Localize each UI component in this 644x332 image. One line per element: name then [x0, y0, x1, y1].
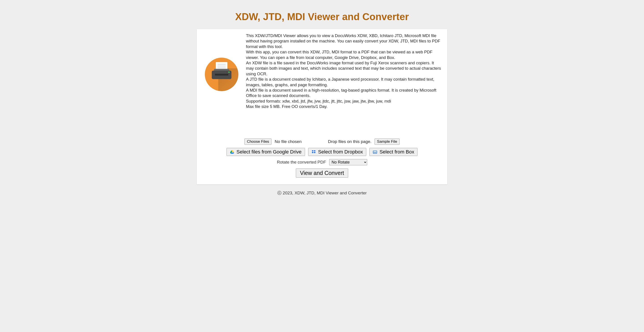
page-title: XDW, JTD, MDI Viewer and Converter — [235, 11, 409, 22]
view-convert-button[interactable]: View and Convert — [296, 168, 348, 178]
file-chosen-status: No file chosen — [274, 139, 302, 144]
box-icon: box — [373, 150, 377, 154]
dropbox-button[interactable]: Select from Dropbox — [308, 148, 366, 156]
choose-files-button[interactable]: Choose Files — [244, 138, 272, 145]
description-p2: With this app, you can convert this XDW,… — [246, 49, 442, 60]
rotate-select[interactable]: No Rotate90°180°270° — [329, 159, 367, 165]
description-p1: This XDW/JTD/MDI Viewer allows you to vi… — [246, 33, 442, 49]
description-p4: A JTD file is a document created by Ichi… — [246, 77, 442, 88]
box-button[interactable]: box Select from Box — [370, 148, 418, 156]
app-icon-column — [202, 33, 240, 91]
google-drive-button[interactable]: Select files from Google Drive — [226, 148, 305, 156]
drop-hint: Drop files on this page. — [328, 139, 372, 144]
google-drive-icon — [230, 150, 234, 154]
description-text: This XDW/JTD/MDI Viewer allows you to vi… — [246, 33, 442, 109]
main-card: This XDW/JTD/MDI Viewer allows you to vi… — [197, 29, 447, 184]
description-p6: Supported formats: xdw, xbd, jtd, jfw, j… — [246, 98, 442, 104]
svg-text:box: box — [374, 151, 376, 153]
printer-icon — [205, 58, 238, 91]
footer-copyright: ⓒ 2023, XDW, JTD, MDI Viewer and Convert… — [277, 190, 367, 196]
description-p7: Max file size 5 MB. Free OO converts/1 D… — [246, 104, 442, 109]
box-label: Select from Box — [380, 149, 414, 155]
dropbox-icon — [312, 150, 316, 154]
dropbox-label: Select from Dropbox — [318, 149, 363, 155]
sample-file-button[interactable]: Sample File — [374, 138, 400, 145]
google-drive-label: Select files from Google Drive — [236, 149, 302, 155]
description-p5: A MDI file is a document saved in a high… — [246, 88, 442, 98]
description-p3: An XDW file is a file saved in the DocuW… — [246, 60, 442, 77]
rotate-label: Rotate the converted PDF — [277, 160, 326, 165]
